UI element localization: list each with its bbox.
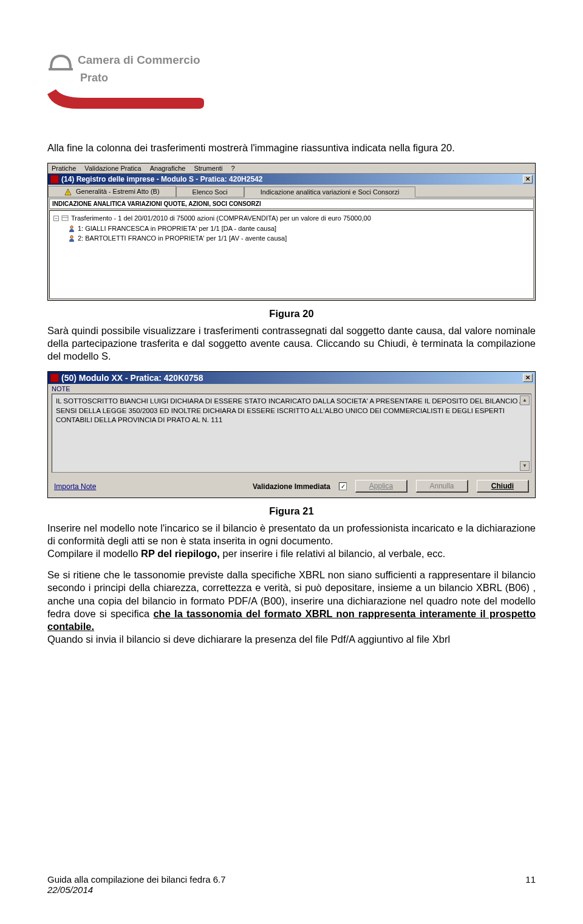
figure-21-screenshot: (50) Modulo XX - Pratica: 420K0758 ✕ NOT… xyxy=(47,371,536,498)
app-icon xyxy=(50,374,59,382)
tree-collapse-icon[interactable]: – xyxy=(53,216,59,221)
tree-root-label: Trasferimento - 1 del 20/01/2010 di 7500… xyxy=(71,213,371,224)
svg-point-5 xyxy=(70,226,73,228)
tab-generalita[interactable]: ! Generalità - Estremi Atto (B) xyxy=(48,186,176,197)
figure-20-screenshot: Pratiche Validazione Pratica Anagrafiche… xyxy=(47,163,536,301)
section-header: INDICAZIONE ANALITICA VARIAZIONI QUOTE, … xyxy=(49,199,534,209)
app-icon xyxy=(50,175,59,183)
menu-pratiche[interactable]: Pratiche xyxy=(52,165,76,172)
scroll-up-icon[interactable]: ▲ xyxy=(520,395,530,405)
paragraph-3b: Compilare il modello RP del riepilogo, p… xyxy=(47,547,536,560)
menubar: Pratiche Validazione Pratica Anagrafiche… xyxy=(48,163,535,174)
tree-child-1[interactable]: 1: GIALLI FRANCESCA in PROPRIETA' per 1/… xyxy=(53,224,530,234)
svg-rect-0 xyxy=(49,68,73,70)
person-icon xyxy=(68,225,75,232)
footer-date: 22/05/2014 xyxy=(47,885,226,895)
window-title: (14) Registro delle imprese - Modulo S -… xyxy=(61,175,262,183)
figure-20-caption: Figura 20 xyxy=(47,308,536,320)
intro-paragraph: Alla fine la colonna dei trasferimenti m… xyxy=(47,142,536,154)
paragraph-2: Sarà quindi possibile visualizzare i tra… xyxy=(47,324,536,363)
menu-anagrafiche[interactable]: Anagrafiche xyxy=(150,165,186,172)
note-textarea[interactable]: IL SOTTOSCRITTO BIANCHI LUIGI DICHIARA D… xyxy=(52,394,531,473)
tab-strip: ! Generalità - Estremi Atto (B) Elenco S… xyxy=(48,185,535,197)
validazione-checkbox[interactable]: ✓ xyxy=(339,482,347,490)
button-row: Importa Note Validazione Immediata ✓ App… xyxy=(48,477,535,498)
scroll-down-icon[interactable]: ▼ xyxy=(520,461,530,471)
note-label: NOTE xyxy=(48,384,535,394)
tree-root[interactable]: – Trasferimento - 1 del 20/01/2010 di 75… xyxy=(53,213,530,224)
tree-child-2-label: 2: BARTOLETTI FRANCO in PROPRIETA' per 1… xyxy=(78,233,287,244)
window-titlebar: (14) Registro delle imprese - Modulo S -… xyxy=(48,174,535,185)
tab-label-2: Elenco Soci xyxy=(193,188,228,196)
logo-swoosh-icon xyxy=(47,89,205,114)
chiudi-button[interactable]: Chiudi xyxy=(477,480,529,493)
tree-node-icon xyxy=(61,214,69,222)
tree-child-1-label: 1: GIALLI FRANCESCA in PROPRIETA' per 1/… xyxy=(78,224,276,234)
tab-label-3: Indicazione analitica variazioni e Soci … xyxy=(261,188,400,196)
tab-elenco-soci[interactable]: Elenco Soci xyxy=(176,187,244,197)
menu-strumenti[interactable]: Strumenti xyxy=(194,165,222,172)
logo-text-line1: Camera di Commercio xyxy=(78,53,200,67)
paragraph-3a: Inserire nel modello note l'incarico se … xyxy=(47,522,536,547)
menu-help[interactable]: ? xyxy=(231,165,235,172)
menu-validazione[interactable]: Validazione Pratica xyxy=(84,165,141,172)
window-titlebar-2: (50) Modulo XX - Pratica: 420K0758 ✕ xyxy=(48,372,535,384)
warning-icon: ! xyxy=(64,188,72,196)
paragraph-5: Quando si invia il bilancio si deve dich… xyxy=(47,633,536,646)
page-number: 11 xyxy=(525,874,536,895)
note-text: IL SOTTOSCRITTO BIANCHI LUIGI DICHIARA D… xyxy=(56,397,527,425)
tab-label-1: Generalità - Estremi Atto (B) xyxy=(76,188,160,195)
paragraph-4: Se si ritiene che le tassonomie previste… xyxy=(47,569,536,633)
window-title-2: (50) Modulo XX - Pratica: 420K0758 xyxy=(61,373,203,383)
validazione-label: Validazione Immediata xyxy=(253,482,330,491)
applica-button[interactable]: Applica xyxy=(355,480,407,493)
close-icon[interactable]: ✕ xyxy=(523,175,533,183)
tab-indicazione[interactable]: Indicazione analitica variazioni e Soci … xyxy=(244,187,416,197)
footer-title: Guida alla compilazione dei bilanci fedr… xyxy=(47,874,226,885)
tree-child-2[interactable]: 2: BARTOLETTI FRANCO in PROPRIETA' per 1… xyxy=(53,233,530,244)
page-footer: Guida alla compilazione dei bilanci fedr… xyxy=(47,874,536,895)
figure-21-caption: Figura 21 xyxy=(47,505,536,517)
svg-rect-3 xyxy=(62,216,68,221)
person-icon xyxy=(68,234,75,242)
svg-text:!: ! xyxy=(67,191,69,195)
rp-riepilogo-bold: RP del riepilogo, xyxy=(141,548,220,559)
importa-note-link[interactable]: Importa Note xyxy=(54,482,96,491)
close-icon[interactable]: ✕ xyxy=(523,374,533,382)
logo-arch-icon xyxy=(47,47,73,73)
logo-text-line2: Prato xyxy=(80,72,536,84)
header-logo: Camera di Commercio Prato xyxy=(47,47,536,114)
annulla-button[interactable]: Annulla xyxy=(416,480,468,493)
tree-view[interactable]: – Trasferimento - 1 del 20/01/2010 di 75… xyxy=(49,210,534,299)
svg-point-6 xyxy=(70,236,73,238)
